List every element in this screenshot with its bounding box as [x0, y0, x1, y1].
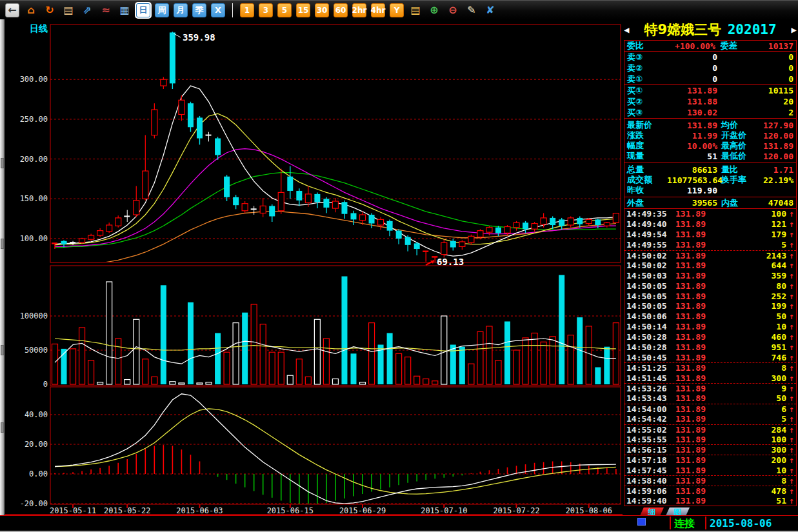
trade-row[interactable]: 14:53:26131.899↑	[624, 383, 796, 393]
chart-primitive	[604, 222, 610, 226]
chart-primitive	[523, 338, 528, 384]
chart-primitive	[179, 100, 185, 114]
chart-primitive	[396, 231, 402, 239]
trade-row[interactable]: 14:49:55131.895↑	[624, 240, 796, 250]
trade-row[interactable]: 14:50:02131.892143↑	[624, 250, 796, 261]
chart-primitive	[278, 352, 284, 384]
period-tab-月[interactable]: 月	[174, 3, 188, 17]
refresh-icon[interactable]: ↻	[43, 3, 57, 17]
edit-icon[interactable]: ✎	[464, 3, 479, 17]
price-stat-row: 涨跌11.99开盘价120.00	[624, 130, 796, 141]
trade-row[interactable]: 14:50:14131.8910↑	[624, 322, 796, 332]
trade-row[interactable]: 14:53:43131.8950↑	[624, 393, 796, 404]
trade-row[interactable]: 14:49:54131.89179↑	[624, 230, 796, 240]
table-icon[interactable]: ▦	[117, 3, 132, 17]
trade-row[interactable]: 14:50:28131.89460↑	[624, 332, 796, 342]
volume-stat-row: 总量86613量比1.71	[624, 164, 796, 175]
next-stock-arrow-icon[interactable]: ▶	[792, 25, 797, 35]
chart-primitive	[314, 319, 320, 384]
chart-primitive: 2015-05-22	[104, 506, 150, 515]
chart-primitive	[152, 110, 157, 135]
chart-area[interactable]: 300.00250.00200.00150.00100.001000005000…	[0, 19, 623, 516]
trade-row[interactable]: 14:49:35131.89100↑	[624, 209, 796, 219]
stat-label: 现量	[627, 150, 667, 162]
prev-stock-arrow-icon[interactable]: ◀	[624, 25, 629, 35]
chart-up-icon[interactable]: ⇗	[80, 3, 94, 17]
zoom-out-icon[interactable]: ⊖	[446, 3, 460, 17]
trade-price: 131.89	[673, 342, 713, 352]
trade-row[interactable]: 14:58:40131.898↑	[624, 475, 796, 486]
trade-row[interactable]: 14:51:45131.89300↑	[624, 373, 796, 383]
chart-primitive: 250.00	[20, 115, 48, 124]
chart-primitive	[134, 201, 139, 215]
period-tab-季[interactable]: 季	[192, 3, 206, 17]
trade-row[interactable]: 14:50:28131.89951↑	[624, 342, 796, 353]
minute-tab-15[interactable]: 15	[296, 3, 310, 17]
chart-primitive	[613, 323, 619, 384]
kline-chart-icon[interactable]: ≈	[99, 3, 113, 17]
trade-row[interactable]: 14:57:18131.89200↑	[624, 455, 796, 465]
trade-row[interactable]: 14:56:15131.89300↑	[624, 444, 796, 455]
home-icon[interactable]: ⌂	[24, 3, 38, 17]
trade-row[interactable]: 14:59:06131.89478↑	[624, 486, 796, 496]
trade-volume: 10	[713, 466, 786, 475]
trade-row[interactable]: 14:50:02131.89644↑	[624, 260, 796, 270]
status-bar: 连接 2015-08-06 15:00	[0, 515, 798, 531]
minute-tab-3[interactable]: 3	[259, 3, 273, 17]
trade-row[interactable]: 14:54:00131.896↑	[624, 404, 796, 414]
trade-row[interactable]: 14:54:42131.895↑	[624, 414, 796, 424]
trade-row[interactable]: 14:50:06131.8950↑	[624, 311, 796, 322]
tools-icon[interactable]: ✘	[483, 3, 497, 17]
up-arrow-icon: ↑	[786, 322, 794, 331]
trade-row[interactable]: 14:50:05131.8980↑	[624, 281, 796, 291]
trade-volume: 9	[713, 384, 786, 393]
zoom-in-icon[interactable]: ⊕	[427, 3, 441, 17]
trade-price: 131.89	[673, 476, 713, 486]
minute-tab-5[interactable]: 5	[277, 3, 292, 17]
trade-row[interactable]: 14:57:45131.8910↑	[624, 465, 796, 475]
chart-primitive	[468, 364, 474, 384]
chart-primitive	[586, 219, 592, 223]
chart-primitive	[595, 219, 601, 225]
trade-price: 131.89	[673, 322, 713, 331]
trade-row[interactable]: 14:50:45131.89746↑	[624, 352, 796, 362]
minute-tab-2hr[interactable]: 2hr	[352, 3, 366, 17]
ask-level-row: 卖③00	[624, 52, 796, 63]
minute-tab-4hr[interactable]: 4hr	[371, 3, 385, 17]
trade-row[interactable]: 14:50:05131.89252↑	[624, 291, 796, 301]
minute-tab-30[interactable]: 30	[315, 3, 329, 17]
chart-primitive	[287, 177, 293, 191]
trade-row[interactable]: 14:50:03131.89359↑	[624, 270, 796, 281]
minute-tab-Y[interactable]: Y	[390, 3, 404, 17]
chart-primitive	[405, 357, 411, 384]
tick-trade-list[interactable]: 14:49:35131.89100↑14:49:40131.89121↑14:4…	[624, 208, 797, 506]
chart-primitive	[314, 194, 320, 202]
minute-tab-1[interactable]: 1	[240, 3, 254, 17]
notes-icon[interactable]: ▤	[408, 3, 423, 17]
trade-row[interactable]: 14:49:40131.89121↑	[624, 219, 796, 230]
chart-primitive	[242, 204, 248, 211]
trade-time: 14:50:28	[626, 332, 673, 342]
level-volume: 10115	[717, 86, 793, 95]
trade-row[interactable]: 14:55:55131.89100↑	[624, 435, 796, 445]
trade-row[interactable]: 14:51:25131.898↑	[624, 362, 796, 373]
clipboard-icon[interactable]: ▤	[61, 3, 75, 17]
period-tab-周[interactable]: 周	[155, 3, 169, 17]
period-tab-日[interactable]: 日	[136, 3, 150, 17]
trade-row[interactable]: 14:55:02131.89284↑	[624, 424, 796, 435]
up-arrow-icon: ↑	[786, 404, 794, 414]
chart-primitive	[134, 319, 139, 384]
minute-tab-60[interactable]: 60	[334, 3, 348, 17]
trade-price: 131.89	[673, 466, 713, 475]
chart-primitive	[532, 224, 537, 230]
period-tab-X[interactable]: X	[211, 3, 225, 17]
trade-row[interactable]: 14:50:05131.89199↑	[624, 301, 796, 311]
chart-primitive: 300.00	[20, 75, 48, 84]
stat-value: 131.89	[667, 121, 717, 130]
up-arrow-icon: ↑	[786, 291, 794, 301]
weibi-row: 委比 +100.00% 委差 10137	[624, 41, 796, 52]
kline-volume-macd-chart[interactable]: 300.00250.00200.00150.00100.001000005000…	[0, 19, 623, 516]
trade-row[interactable]: 14:59:40131.8951↑	[624, 496, 796, 506]
chart-primitive: 100000	[20, 311, 48, 320]
back-arrow-icon[interactable]: ←	[5, 3, 19, 17]
